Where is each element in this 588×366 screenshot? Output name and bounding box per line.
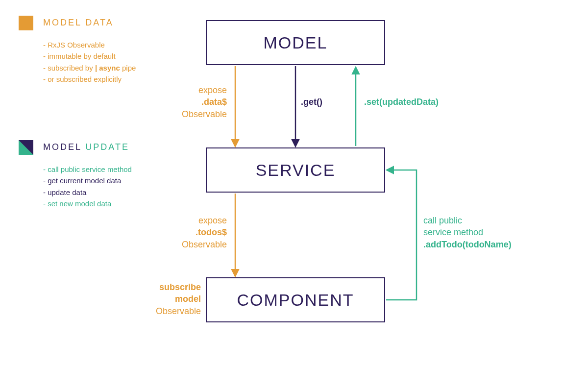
legend-data-item: - or subscribed explicitly [43,73,136,85]
legend-update-item: - get current model data [43,175,132,186]
annot-call-service: call public service method .addTodo(todo… [423,215,512,250]
annot-expose-data: expose .data$ Observable [173,84,227,120]
legend-update-list: - call public service method - get curre… [43,164,132,209]
legend-data-item: - RxJS Observable [43,39,136,50]
legend-update-item: - call public service method [43,164,132,175]
annot-set: .set(updatedData) [364,96,439,108]
legend-update-item: - set new model data [43,198,132,209]
model-box: MODEL [206,20,385,65]
annot-expose-todos: expose .todos$ Observable [173,215,227,250]
legend-update-swatch [19,140,33,155]
component-box: COMPONENT [206,277,385,322]
legend-update-item: - update data [43,187,132,198]
service-box: SERVICE [206,147,385,193]
legend-data-list: - RxJS Observable - immutable by default… [43,39,136,85]
legend-data-swatch [19,16,33,30]
legend-data-item: - immutable by default [43,50,136,62]
legend-data-title: MODEL DATA [43,18,114,28]
annot-subscribe: subscribe model Observable [147,281,201,317]
legend-update-title: MODEL UPDATE [43,142,129,152]
arrow-call-service [386,170,416,300]
legend-data-item: - subscribed by | async pipe [43,62,136,73]
annot-get: .get() [301,96,322,108]
